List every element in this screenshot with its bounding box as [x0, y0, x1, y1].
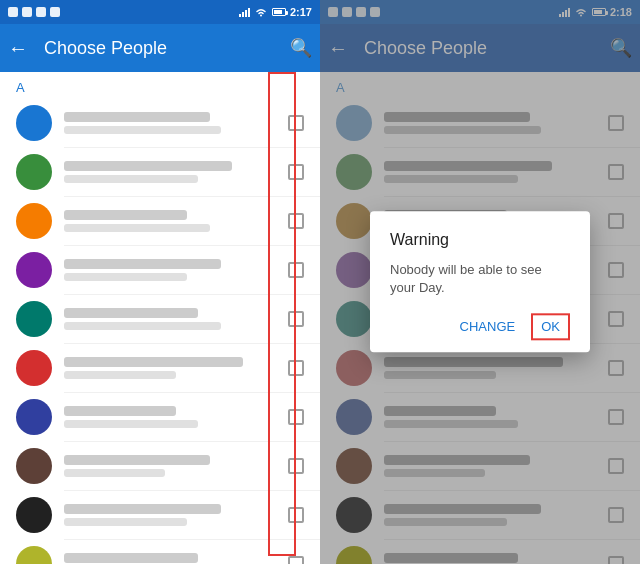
dialog-message: Nobody will be able to see your Day.: [390, 261, 570, 297]
contact-item-3[interactable]: [0, 197, 320, 245]
avatar-9: [16, 497, 52, 533]
signal-bar-2: [242, 12, 244, 17]
checkbox-8[interactable]: [288, 458, 304, 474]
right-panel: 2:18 ← Choose People 🔍 A: [320, 0, 640, 564]
contact-sub-2: [64, 175, 198, 183]
contact-sub-6: [64, 371, 176, 379]
avatar-4: [16, 252, 52, 288]
contact-name-2: [64, 161, 232, 171]
contact-sub-9: [64, 518, 187, 526]
status-time-left: 2:17: [290, 6, 312, 18]
contact-name-3: [64, 210, 187, 220]
back-button-left[interactable]: ←: [8, 37, 28, 60]
contact-name-4: [64, 259, 221, 269]
svg-point-0: [260, 15, 262, 17]
dialog-buttons: CHANGE OK: [390, 314, 570, 341]
contact-item-9[interactable]: [0, 491, 320, 539]
checkbox-5[interactable]: [288, 311, 304, 327]
contact-item-6[interactable]: [0, 344, 320, 392]
contact-sub-8: [64, 469, 165, 477]
contact-sub-5: [64, 322, 221, 330]
contact-item-5[interactable]: [0, 295, 320, 343]
signal-bar-1: [239, 14, 241, 17]
change-button[interactable]: CHANGE: [452, 316, 524, 339]
contact-item-10[interactable]: [0, 540, 320, 564]
contact-sub-7: [64, 420, 198, 428]
contact-name-8: [64, 455, 210, 465]
battery-tip: [286, 11, 288, 15]
status-bar-left: 2:17: [0, 0, 320, 24]
page-title-left: Choose People: [44, 38, 290, 59]
contact-info-8: [64, 455, 288, 477]
contact-name-1: [64, 112, 210, 122]
checkbox-10[interactable]: [288, 556, 304, 564]
warning-dialog: Warning Nobody will be able to see your …: [370, 211, 590, 352]
checkbox-3[interactable]: [288, 213, 304, 229]
contact-info-1: [64, 112, 288, 134]
contact-item-2[interactable]: [0, 148, 320, 196]
contact-info-2: [64, 161, 288, 183]
avatar-2: [16, 154, 52, 190]
avatar-1: [16, 105, 52, 141]
contact-sub-4: [64, 273, 187, 281]
contact-name-10: [64, 553, 198, 563]
ok-button[interactable]: OK: [531, 314, 570, 341]
app-icon: [36, 7, 46, 17]
contact-info-9: [64, 504, 288, 526]
contact-info-6: [64, 357, 288, 379]
contact-info-10: [64, 553, 288, 564]
contact-sub-3: [64, 224, 210, 232]
battery-icon: [272, 8, 286, 16]
contact-item-1[interactable]: [0, 99, 320, 147]
contact-info-7: [64, 406, 288, 428]
contact-list-left: [0, 99, 320, 564]
avatar-3: [16, 203, 52, 239]
signal-icon: [239, 7, 250, 17]
avatar-10: [16, 546, 52, 564]
status-icons-left: [8, 7, 60, 17]
section-header-a-left: A: [0, 72, 320, 99]
contact-name-7: [64, 406, 176, 416]
checkbox-7[interactable]: [288, 409, 304, 425]
avatar-8: [16, 448, 52, 484]
avatar-7: [16, 399, 52, 435]
checkbox-4[interactable]: [288, 262, 304, 278]
checkbox-9[interactable]: [288, 507, 304, 523]
search-button-left[interactable]: 🔍: [290, 37, 312, 59]
toolbar-left: ← Choose People 🔍: [0, 24, 320, 72]
signal-bar-3: [245, 10, 247, 17]
contact-info-5: [64, 308, 288, 330]
left-panel: 2:17 ← Choose People 🔍 A: [0, 0, 320, 564]
contact-info-4: [64, 259, 288, 281]
contact-sub-1: [64, 126, 221, 134]
checkbox-1[interactable]: [288, 115, 304, 131]
contact-info-3: [64, 210, 288, 232]
app-icon2: [50, 7, 60, 17]
photo-icon: [22, 7, 32, 17]
avatar-6: [16, 350, 52, 386]
contact-name-9: [64, 504, 221, 514]
checkbox-6[interactable]: [288, 360, 304, 376]
battery-fill: [274, 10, 282, 14]
contact-name-5: [64, 308, 198, 318]
contact-name-6: [64, 357, 243, 367]
checkbox-2[interactable]: [288, 164, 304, 180]
signal-bar-4: [248, 8, 250, 17]
notification-icon: [8, 7, 18, 17]
dialog-title: Warning: [390, 231, 570, 249]
contact-item-8[interactable]: [0, 442, 320, 490]
contact-item-4[interactable]: [0, 246, 320, 294]
wifi-icon: [254, 7, 268, 17]
contact-item-7[interactable]: [0, 393, 320, 441]
avatar-5: [16, 301, 52, 337]
status-bar-right: 2:17: [239, 6, 312, 18]
